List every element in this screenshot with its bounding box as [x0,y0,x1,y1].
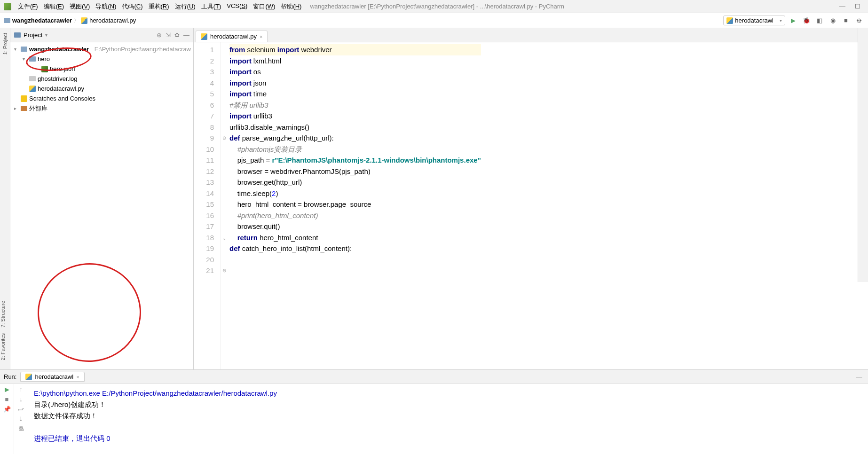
menu-item[interactable]: 运行(U) [172,1,198,12]
python-file-icon [81,17,87,24]
run-configuration-selector[interactable]: herodatacrawl [723,16,785,25]
wrap-icon[interactable]: ⮐ [18,406,24,413]
chevron-down-icon[interactable]: ▾ [45,32,47,38]
project-tool-tab[interactable]: 1: Project [2,30,8,57]
down-icon[interactable]: ↓ [19,396,23,403]
file-icon [29,76,36,81]
breadcrumb-file[interactable]: herodatacrawl.py [81,17,136,24]
tree-item[interactable]: ghostdriver.log [10,74,193,84]
menu-item[interactable]: 工具(T) [198,1,224,12]
chevron-right-icon: 〉 [74,17,79,24]
editor-area: herodatacrawl.py × 123456789101112131415… [194,28,868,369]
editor-tab-active[interactable]: herodatacrawl.py × [196,31,268,42]
line-numbers: 123456789101112131415161718192021 [194,42,221,369]
pin-button[interactable]: 📌 [3,406,11,413]
close-icon[interactable]: × [260,34,262,39]
gear-icon[interactable]: ✿ [174,31,180,39]
pycharm-logo-icon [4,3,11,10]
stop-button[interactable]: ■ [841,16,851,26]
favorites-tool-tab[interactable]: 2: Favorites [0,330,6,363]
menu-item[interactable]: 代码(C) [119,1,145,12]
minimize-icon[interactable]: — [839,3,845,10]
run-tool-header: Run: herodatacrawl × — [0,370,868,384]
scroll-icon[interactable]: ⤓ [18,415,24,423]
tree-item[interactable]: herodatacrawl.py [10,84,193,94]
json-file-icon [41,66,48,72]
tree-item[interactable]: hero.json [10,64,193,74]
menu-item[interactable]: 帮助(H) [278,1,304,12]
debug-button[interactable]: 🐞 [801,16,812,26]
chevron-down-icon[interactable]: ▾ [23,56,27,62]
fold-gutter[interactable]: ⊖⌞⊖ [221,42,228,369]
code-editor[interactable]: 123456789101112131415161718192021 ⊖⌞⊖ fr… [194,42,868,369]
rerun-button[interactable]: ▶ [5,386,9,393]
collapse-icon[interactable]: ⇲ [166,31,171,39]
chevron-right-icon[interactable]: ▸ [14,106,19,111]
folder-icon [29,56,36,62]
console-output[interactable]: E:\python\python.exe E:/PythonProject/wa… [28,384,868,454]
run-with-coverage-button[interactable]: ◧ [814,16,825,26]
run-button[interactable]: ▶ [788,16,798,26]
folder-icon [14,32,21,38]
folder-icon [21,47,27,52]
tree-item[interactable]: ▾hero [10,54,193,64]
profile-button[interactable]: ◉ [828,16,838,26]
python-file-icon [29,86,36,92]
hide-icon[interactable]: — [183,31,189,39]
stop-button[interactable]: ■ [5,396,9,403]
python-file-icon [25,374,32,380]
run-left-tools: ▶ ■ 📌 [0,384,14,454]
close-icon[interactable]: × [76,374,79,380]
libraries-icon [21,106,27,111]
python-file-icon [726,17,733,24]
project-tree[interactable]: ▾ wangzhedatacrawler E:\PythonProject\wa… [10,42,193,115]
run-label: Run: [4,373,16,380]
menubar: 文件(F)编辑(E)视图(V)导航(N)代码(C)重构(R)运行(U)工具(T)… [0,0,868,13]
menu-item[interactable]: 窗口(W) [250,1,278,12]
locate-icon[interactable]: ⊕ [157,31,162,39]
tree-item[interactable]: ▸外部库 [10,103,193,113]
navigation-bar: wangzhedatacrawler 〉 herodatacrawl.py he… [0,13,868,28]
chevron-down-icon[interactable]: ▾ [14,47,19,52]
menu-item[interactable]: 视图(V) [67,1,93,12]
folder-icon [4,18,10,23]
tree-root[interactable]: ▾ wangzhedatacrawler E:\PythonProject\wa… [10,44,193,54]
hide-icon[interactable]: — [854,372,864,382]
window-controls: — ☐ [839,3,864,10]
run-tool-window: Run: herodatacrawl × — ▶ ■ 📌 ↑ ↓ ⮐ ⤓ 🖶 E… [0,369,868,454]
editor-tabs: herodatacrawl.py × [194,28,868,42]
up-icon[interactable]: ↑ [19,386,23,393]
project-view-title[interactable]: Project [24,31,42,39]
tree-item[interactable]: Scratches and Consoles [10,94,193,103]
project-tool-header: Project ▾ ⊕ ⇲ ✿ — [10,28,193,42]
scratch-icon [21,95,27,102]
breadcrumb: wangzhedatacrawler 〉 herodatacrawl.py [4,17,136,24]
code-content[interactable]: from selenium import webdriverimport lxm… [228,42,481,369]
print-icon[interactable]: 🖶 [18,425,24,432]
menu-item[interactable]: 导航(N) [93,1,119,12]
python-file-icon [201,33,207,40]
window-title: wangzhedatacrawler [E:\PythonProject\wan… [310,3,839,10]
menu-item[interactable]: VCS(S) [224,1,250,12]
search-button[interactable]: ⯐ [854,16,864,26]
structure-tool-tab[interactable]: 7: Structure [0,298,6,330]
right-tool-rail [858,28,868,282]
project-tool-window: Project ▾ ⊕ ⇲ ✿ — ▾ wangzhedatacrawler E… [10,28,194,369]
maximize-icon[interactable]: ☐ [855,3,860,10]
menu-item[interactable]: 编辑(E) [41,1,67,12]
menu-item[interactable]: 重构(R) [146,1,172,12]
run-tab[interactable]: herodatacrawl × [20,372,84,382]
menu-item[interactable]: 文件(F) [15,1,41,12]
run-tool-col: ↑ ↓ ⮐ ⤓ 🖶 [14,384,28,454]
breadcrumb-project[interactable]: wangzhedatacrawler [4,17,72,24]
